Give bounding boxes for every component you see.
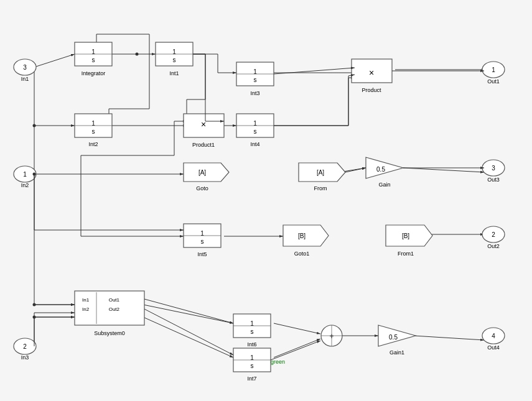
Out2-sublabel: Out2	[487, 243, 500, 249]
Out3-sublabel: Out3	[487, 177, 500, 183]
In3-sublabel: In3	[21, 354, 29, 361]
Int2-s: s	[92, 128, 95, 135]
From1-label: [B]	[402, 233, 409, 239]
Goto-block[interactable]	[184, 163, 229, 182]
Gain-label: 0.5	[376, 166, 385, 173]
svg-line-1	[34, 54, 75, 67]
Gain1-label: 0.5	[389, 334, 398, 341]
Product-x: ×	[369, 68, 374, 78]
Goto1-label: [B]	[298, 233, 306, 239]
sub-out1-label: Out1	[109, 297, 120, 303]
Out3-label: 3	[492, 165, 495, 172]
Integrator-sublabel: Integrator	[82, 70, 106, 76]
Int5-sublabel: Int5	[197, 251, 207, 257]
In1-label: 3	[23, 64, 27, 71]
Goto1-block[interactable]	[283, 225, 329, 246]
In3-label: 2	[23, 343, 27, 350]
Out1-sublabel: Out1	[487, 78, 500, 85]
Goto-label: [A]	[198, 169, 206, 176]
Int3-sublabel: Int3	[250, 90, 259, 96]
Out1-label: 1	[492, 67, 495, 73]
From-sublabel: From	[314, 185, 327, 191]
Int1-sublabel: Int1	[169, 70, 179, 76]
Subsystem0-sublabel: Subsystem0	[94, 330, 125, 336]
diagram-svg: 3 In1 1 In2 2 In3 1 s Integrator 1 s Int…	[0, 0, 532, 401]
svg-point-2	[33, 124, 36, 127]
Goto-sublabel: Goto	[196, 185, 208, 191]
Product-sublabel: Product	[362, 87, 381, 93]
Goto1-sublabel: Goto1	[294, 251, 310, 257]
Int7-sublabel: Int7	[247, 376, 256, 382]
Product1-sublabel: Product1	[192, 142, 215, 148]
From-label: [A]	[317, 169, 324, 176]
Int2-sublabel: Int2	[88, 141, 98, 147]
In2-label: 1	[23, 171, 27, 178]
Int1-s: s	[173, 57, 176, 63]
simulink-diagram: 3 In1 1 In2 2 In3 1 s Integrator 1 s Int…	[0, 0, 532, 401]
In1-sublabel: In1	[21, 76, 29, 82]
Out4-sublabel: Out4	[487, 344, 500, 351]
From1-sublabel: From1	[398, 251, 414, 257]
Int3-s: s	[254, 76, 257, 83]
sub-in1-label: In1	[82, 297, 90, 303]
Out4-label: 4	[492, 333, 495, 339]
svg-point-17	[33, 303, 36, 307]
Gain-sublabel: Gain	[378, 182, 390, 188]
sub-in2-label: In2	[82, 307, 90, 312]
Gain1-sublabel: Gain1	[390, 349, 404, 356]
Int4-s: s	[254, 128, 257, 135]
Int7-s: s	[251, 362, 254, 369]
svg-point-16	[136, 53, 139, 56]
sub-out2-label: Out2	[109, 307, 120, 312]
Int4-sublabel: Int4	[250, 141, 259, 147]
Int6-s: s	[251, 328, 254, 335]
Out2-label: 2	[492, 231, 495, 238]
Int5-s: s	[201, 238, 204, 245]
In2-sublabel: In2	[21, 182, 29, 188]
Int6-sublabel: Int6	[247, 341, 256, 348]
Int7-green-label: green	[271, 359, 285, 365]
Integrator-s: s	[92, 57, 95, 63]
